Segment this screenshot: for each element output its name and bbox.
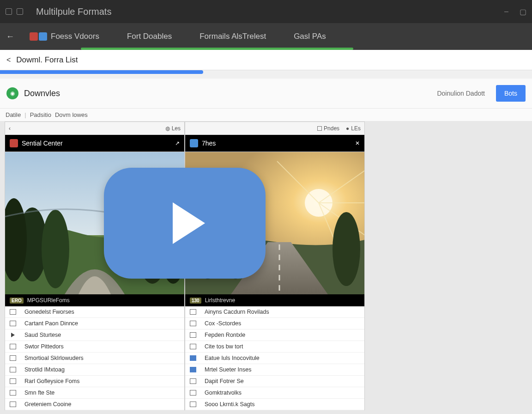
list-item[interactable]: Strotlid IMxtoag [5, 364, 184, 376]
section-primary-button[interactable]: Bots [496, 85, 526, 102]
tab-label: Fort Doables [127, 32, 172, 41]
caption-right-text: Lirlsthtrevne [205, 297, 235, 304]
list-item-icon [190, 309, 196, 315]
list-item[interactable]: Dapit Fotrer Se [185, 376, 364, 387]
list-item-label: Swtor Pittedors [24, 343, 64, 350]
list-item-icon [11, 333, 15, 337]
list-item[interactable]: Rarl Gofleysice Foms [5, 376, 184, 387]
list-item-label: Cite tos bw tort [205, 343, 243, 350]
breadcrumb-item[interactable]: Datile [6, 111, 21, 118]
list-item[interactable]: Greteniem Cooine [5, 399, 184, 410]
tab-gasl-pas[interactable]: Gasl PAs [280, 23, 340, 50]
tab-fort-doables[interactable]: Fort Doables [113, 23, 186, 50]
panels-container: ‹ ◍ Les Sential Center ↗ Pndes ● LEs [0, 122, 532, 152]
minimize-button[interactable]: – [504, 7, 508, 16]
list-item-label: Sooo Lkrnti.k Sagts [205, 401, 254, 408]
window-icon-2 [17, 8, 23, 15]
panel-right-title-bar: 7hes ✕ [185, 135, 364, 152]
list-item-icon [190, 367, 196, 372]
list-item-icon [10, 309, 16, 315]
caption-left-text: MPGSURleFoms [27, 297, 70, 304]
list-item-label: Smn fte Ste [24, 390, 54, 396]
caption-row: ERO MPGSURleFoms 130 Lirlsthtrevne [5, 294, 527, 306]
panel-right-close-icon[interactable]: ✕ [355, 140, 360, 146]
list-item-icon [10, 367, 16, 372]
window-title: Multilpule Formats [36, 6, 111, 17]
active-tab-indicator-wrap [0, 70, 532, 79]
panel-right-tool-1[interactable]: Pndes [317, 125, 339, 132]
list-item-icon [10, 355, 16, 361]
list-item[interactable]: Cox -Sctordes [185, 318, 364, 329]
panel-left-title-bar: Sential Center ↗ [5, 135, 184, 152]
window-icon-1 [6, 8, 12, 15]
panel-left-action-icon[interactable]: ↗ [175, 140, 180, 146]
caption-right-badge: 130 [190, 298, 201, 304]
list-item-label: Eatue Iuls Inocovitule [205, 355, 260, 361]
caption-left: ERO MPGSURleFoms [5, 294, 185, 306]
list-item-icon [10, 321, 16, 326]
nav-back-button[interactable]: ← [5, 32, 16, 42]
list-item[interactable]: Swtor Pittedors [5, 341, 184, 353]
list-item[interactable]: Ainyns Cacdurn Rovilads [185, 306, 364, 318]
list-item[interactable]: Eatue Iuls Inocovitule [185, 353, 364, 364]
section-link[interactable]: Doinulion Dadott [430, 87, 491, 100]
list-item-icon [10, 390, 16, 396]
panel-left-tool-1[interactable]: ◍ Les [165, 125, 181, 132]
square-icon [317, 126, 322, 131]
list-item[interactable]: Cartant Paon Dinnce [5, 318, 184, 329]
list-item[interactable]: Saud Sturtese [5, 329, 184, 341]
circle-icon: ◍ [165, 125, 170, 132]
list-item[interactable]: Fepden Rontxle [185, 329, 364, 341]
list-item-icon [10, 344, 16, 349]
list-item-icon [190, 378, 196, 384]
video-thumbnails [5, 152, 365, 294]
breadcrumb-item[interactable]: Padsitio [30, 111, 51, 118]
list-item-label: Gomktratvolks [205, 390, 242, 396]
panel-left-app-icon [10, 139, 18, 147]
list-item-icon [190, 344, 196, 349]
dot-icon: ● [346, 125, 349, 132]
tab-label: Foess Vdoors [51, 32, 99, 41]
subheader-back-button[interactable]: < [6, 56, 11, 64]
panel-right-tool-2[interactable]: ● LEs [346, 125, 361, 132]
list-item[interactable]: Smortioal Sklrlowuders [5, 353, 184, 364]
list-item[interactable]: Gomktratvolks [185, 387, 364, 399]
breadcrumb-item[interactable]: Dovm lowes [55, 111, 88, 118]
list-item-label: Cartant Paon Dinnce [24, 320, 78, 327]
play-button[interactable] [104, 168, 266, 279]
list-item[interactable]: Gonedelst Fworses [5, 306, 184, 318]
active-tab-indicator [0, 70, 203, 74]
list-item-label: Strotlid IMxtoag [24, 366, 65, 373]
subheader: < Dowml. Forra List [0, 50, 532, 70]
list-item[interactable]: Mrtel Sueter Inses [185, 364, 364, 376]
list-item-icon [190, 332, 196, 338]
list-right: Ainyns Cacdurn RoviladsCox -SctordesFepd… [185, 306, 365, 410]
tab-label: Formails AlsTrelest [200, 32, 266, 41]
list-item[interactable]: Cite tos bw tort [185, 341, 364, 353]
list-item-icon [10, 378, 16, 384]
caption-right: 130 Lirlsthtrevne [185, 294, 365, 306]
svg-point-3 [42, 210, 69, 288]
panel-right-app-icon [190, 139, 198, 147]
list-item[interactable]: Smn fte Ste [5, 387, 184, 399]
list-item[interactable]: Sooo Lkrnti.k Sagts [185, 399, 364, 410]
tool-label: Les [172, 125, 181, 132]
list-item-label: Ainyns Cacdurn Rovilads [205, 309, 269, 315]
tab-bar: ← Foess Vdoors Fort Doables Formails Als… [0, 23, 532, 50]
section-header: ◉ Downvles Doinulion Dadott Bots [0, 79, 532, 109]
list-item-label: Fepden Rontxle [205, 332, 245, 338]
svg-point-17 [332, 212, 360, 286]
section-title: Downvles [24, 89, 60, 98]
tool-label: Pndes [324, 125, 339, 132]
list-item-label: Cox -Sctordes [205, 320, 241, 327]
tab-formails[interactable]: Formails AlsTrelest [186, 23, 280, 50]
panel-left-back-icon[interactable]: ‹ [9, 125, 11, 132]
tab-foess-vdoors[interactable]: Foess Vdoors [16, 23, 113, 50]
panel-right: Pndes ● LEs 7hes ✕ [185, 122, 365, 152]
maximize-button[interactable]: ▢ [520, 7, 526, 16]
list-item-label: Mrtel Sueter Inses [205, 366, 251, 373]
tab-label: Gasl PAs [294, 32, 326, 41]
list-item-label: Saud Sturtese [24, 332, 61, 338]
progress-indicator [81, 48, 353, 50]
breadcrumb-separator: | [24, 111, 26, 118]
